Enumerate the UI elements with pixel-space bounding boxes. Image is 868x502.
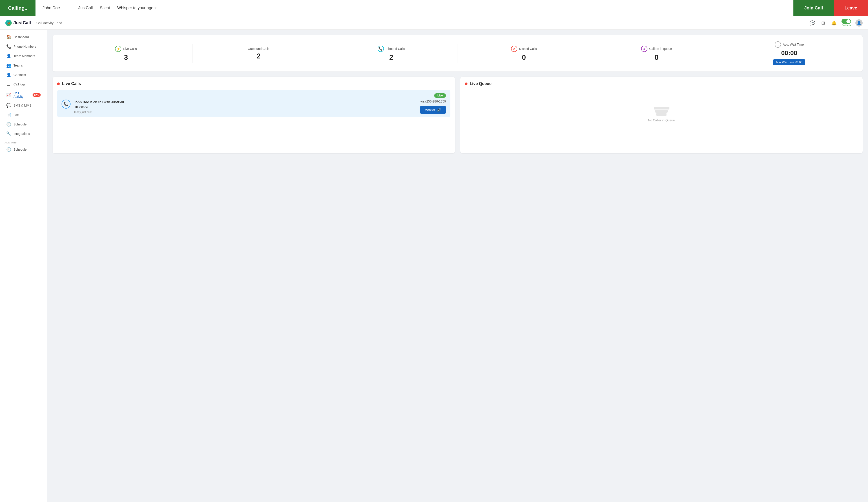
empty-queue: No Caller in Queue bbox=[465, 90, 858, 139]
stat-outbound-calls: Outbound Calls 2 bbox=[193, 45, 325, 61]
queue-dot bbox=[465, 82, 467, 85]
logo-icon: 🦋 bbox=[6, 20, 12, 26]
calling-status: Calling.. bbox=[0, 0, 35, 16]
app-container: 🦋 JustCall Call Activity Feed 💬 ⊞ 🔔 Avai… bbox=[0, 16, 868, 502]
call-agent-name: John Doe bbox=[74, 100, 89, 104]
sidebar-item-sms[interactable]: 💬 SMS & MMS bbox=[2, 101, 45, 110]
sidebar-item-team-members[interactable]: 👤 Team Members bbox=[2, 51, 45, 61]
top-bar: Calling.. John Doe → JustCall Silent Whi… bbox=[0, 0, 868, 16]
stat-live-calls: ⚡ Live Calls 3 bbox=[60, 44, 193, 63]
sidebar-item-label: Team Members bbox=[13, 54, 35, 58]
sidebar-item-fax[interactable]: 📄 Fax bbox=[2, 110, 45, 120]
logs-icon: ☰ bbox=[6, 82, 11, 87]
top-bar-info: John Doe → JustCall Silent Whisper to yo… bbox=[35, 0, 793, 16]
fax-icon: 📄 bbox=[6, 112, 11, 117]
live-call-badge: Live bbox=[434, 93, 446, 98]
chat-icon[interactable]: 💬 bbox=[809, 20, 815, 26]
avg-wait-value: 00:00 bbox=[781, 49, 797, 57]
inbound-calls-icon: 📞 bbox=[378, 46, 384, 52]
sidebar-item-label: Phone Numbers bbox=[13, 45, 36, 48]
join-call-button[interactable]: Join Call bbox=[793, 0, 834, 16]
contact-icon: 👤 bbox=[6, 72, 11, 77]
stat-live-calls-header: ⚡ Live Calls bbox=[115, 46, 137, 52]
call-card-top: Live bbox=[62, 93, 446, 98]
stack-layer-1 bbox=[654, 107, 669, 110]
empty-queue-label: No Caller in Queue bbox=[648, 119, 675, 122]
stack-layer-3 bbox=[657, 113, 666, 116]
volume-icon: 🔊 bbox=[437, 108, 442, 112]
sidebar-item-dashboard[interactable]: 🏠 Dashboard bbox=[2, 32, 45, 42]
toggle-track[interactable] bbox=[841, 19, 851, 24]
stat-missed-header: ✕ Missed Calls bbox=[511, 46, 537, 52]
addons-section-label: ADD ONS bbox=[0, 139, 47, 145]
stat-outbound-header: Outbound Calls bbox=[248, 47, 270, 51]
live-calls-section-title: Live Calls bbox=[62, 81, 81, 86]
live-calls-icon: ⚡ bbox=[115, 46, 121, 52]
stat-queue-header: ◈ Callers in queue bbox=[641, 46, 672, 52]
calling-label: Calling.. bbox=[8, 5, 28, 11]
sidebar-item-scheduler[interactable]: 🕐 Scheduler bbox=[2, 120, 45, 129]
availability-toggle[interactable]: Available bbox=[841, 19, 851, 27]
bell-icon[interactable]: 🔔 bbox=[831, 20, 837, 26]
phone-icon: 📞 bbox=[6, 44, 11, 49]
call-right: via (256)286-1859 Monitor 🔊 bbox=[420, 100, 446, 114]
live-calls-section: Live Calls Live 📞 John Doe is on call wi… bbox=[53, 77, 455, 153]
max-wait-button[interactable]: Max Wait Time :00:00 bbox=[773, 59, 805, 65]
monitor-label: Monitor bbox=[425, 108, 435, 112]
sidebar-item-label: Call Activity bbox=[13, 91, 29, 99]
stack-layer-2 bbox=[655, 110, 668, 113]
live-calls-value: 3 bbox=[124, 54, 128, 61]
wait-icon: ◷ bbox=[775, 41, 781, 48]
queue-label: Callers in queue bbox=[649, 47, 672, 51]
stat-avg-wait: ◷ Avg. Wait Time 00:00 Max Wait Time :00… bbox=[723, 40, 856, 67]
sidebar-item-integrations[interactable]: 🔧 Integrations bbox=[2, 129, 45, 139]
live-queue-section: Live Queue No Caller in Queue bbox=[460, 77, 862, 153]
available-label: Available bbox=[842, 24, 851, 27]
live-dot bbox=[57, 82, 60, 85]
sidebar-item-phone-numbers[interactable]: 📞 Phone Numbers bbox=[2, 42, 45, 51]
header-actions: 💬 ⊞ 🔔 Available 👤 bbox=[809, 19, 862, 27]
user-avatar[interactable]: 👤 bbox=[855, 19, 862, 27]
queue-icon: ◈ bbox=[641, 46, 648, 52]
missed-calls-icon: ✕ bbox=[511, 46, 517, 52]
addon-clock-icon: 🕐 bbox=[6, 147, 11, 152]
monitor-button[interactable]: Monitor 🔊 bbox=[420, 106, 446, 114]
queue-value: 0 bbox=[654, 54, 659, 61]
live-queue-section-title: Live Queue bbox=[470, 81, 492, 86]
leave-button[interactable]: Leave bbox=[834, 0, 868, 16]
body-layout: 🏠 Dashboard 📞 Phone Numbers 👤 Team Membe… bbox=[0, 30, 868, 502]
sidebar-item-addons-scheduler[interactable]: 🕐 Scheduler bbox=[2, 145, 45, 154]
call-info: John Doe is on call with JustCall UK Off… bbox=[74, 100, 417, 114]
sidebar-item-label: Integrations bbox=[13, 132, 30, 135]
toggle-thumb bbox=[846, 19, 850, 23]
person-icon: 👤 bbox=[6, 53, 11, 59]
sidebar-item-call-activity[interactable]: 📈 Call Activity LIVE bbox=[2, 89, 45, 101]
silent-label: Silent bbox=[100, 6, 110, 10]
live-calls-header: Live Calls bbox=[57, 81, 451, 86]
bottom-row: Live Calls Live 📞 John Doe is on call wi… bbox=[53, 77, 862, 153]
sidebar-item-teams[interactable]: 👥 Teams bbox=[2, 61, 45, 70]
sidebar-item-label: Scheduler bbox=[13, 148, 28, 151]
activity-icon: 📈 bbox=[6, 92, 11, 97]
stat-wait-header: ◷ Avg. Wait Time bbox=[775, 41, 804, 48]
sidebar-item-label: Fax bbox=[13, 113, 19, 117]
stack-icon bbox=[654, 107, 669, 116]
sidebar-item-call-logs[interactable]: ☰ Call logs bbox=[2, 80, 45, 89]
stat-missed-calls: ✕ Missed Calls 0 bbox=[458, 44, 591, 63]
sidebar-item-label: Teams bbox=[13, 64, 23, 67]
sidebar-item-contacts[interactable]: 👤 Contacts bbox=[2, 70, 45, 80]
inbound-calls-value: 2 bbox=[389, 54, 393, 61]
missed-calls-label: Missed Calls bbox=[519, 47, 537, 51]
header: 🦋 JustCall Call Activity Feed 💬 ⊞ 🔔 Avai… bbox=[0, 16, 868, 30]
sidebar-item-label: Contacts bbox=[13, 73, 26, 77]
sidebar: 🏠 Dashboard 📞 Phone Numbers 👤 Team Membe… bbox=[0, 30, 47, 502]
outbound-calls-label: Outbound Calls bbox=[248, 47, 270, 51]
integrations-icon: 🔧 bbox=[6, 131, 11, 136]
sms-icon: 💬 bbox=[6, 103, 11, 108]
grid-icon[interactable]: ⊞ bbox=[820, 20, 826, 26]
sidebar-item-label: Call logs bbox=[13, 82, 25, 86]
call-location: UK Office bbox=[74, 105, 88, 109]
missed-calls-value: 0 bbox=[522, 54, 526, 61]
page-title: Call Activity Feed bbox=[37, 21, 806, 25]
team-icon: 👥 bbox=[6, 63, 11, 68]
